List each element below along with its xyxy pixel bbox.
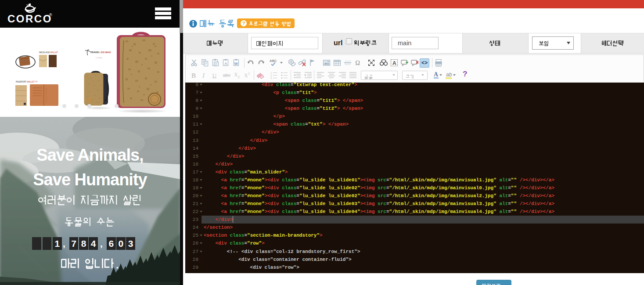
svg-text:2: 2 (238, 75, 240, 79)
svg-text:W: W (234, 61, 238, 66)
svg-text:X: X (244, 72, 248, 79)
svg-text:Ω: Ω (356, 60, 360, 66)
svg-text:3.: 3. (270, 77, 273, 79)
svg-text:I: I (202, 72, 205, 79)
svg-text:U: U (212, 72, 217, 79)
svg-text:A: A (392, 60, 396, 66)
svg-text:X: X (234, 72, 238, 78)
svg-text:ABC: ABC (270, 59, 277, 63)
svg-text:B: B (191, 72, 196, 79)
svg-text:2: 2 (248, 72, 250, 76)
svg-text:A: A (224, 61, 227, 66)
